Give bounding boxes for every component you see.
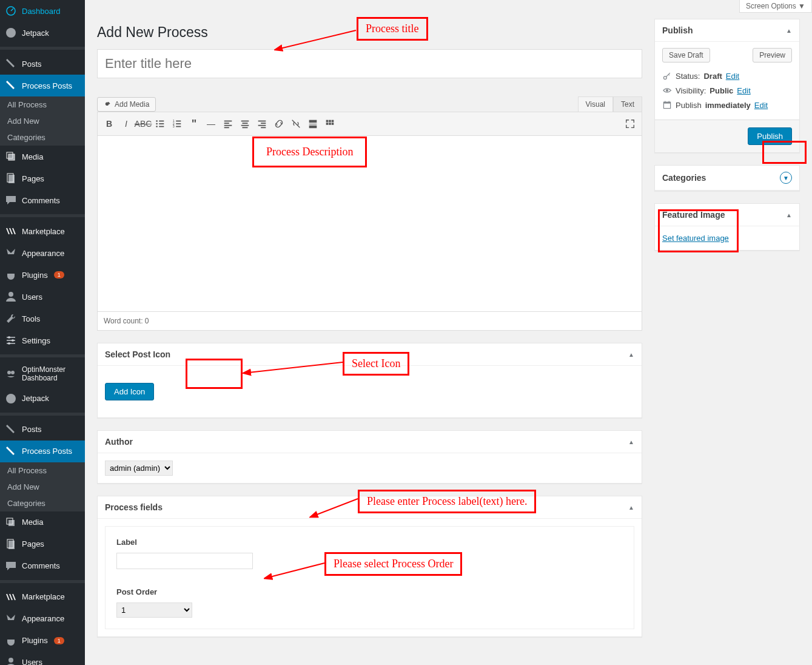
add-media-button[interactable]: Add Media [97,97,156,112]
toggle-icon[interactable]: ▲ [628,504,634,511]
nav-optinmonster[interactable]: OptinMonster Dashboard [0,360,85,388]
nav-pages-2[interactable]: Pages [0,533,85,555]
eye-icon [662,86,672,95]
svg-rect-47 [309,124,317,124]
editor-textarea[interactable] [97,136,642,312]
svg-rect-40 [241,125,249,126]
svg-rect-37 [224,127,229,128]
readmore-icon[interactable] [305,116,321,132]
italic-icon[interactable]: I [118,116,134,132]
edit-date-link[interactable]: Edit [754,101,768,110]
nav-all-process-2[interactable]: All Process [0,462,85,479]
nav-media-2[interactable]: Media [0,511,85,533]
nav-marketplace[interactable]: Marketplace [0,220,85,242]
nav-pages[interactable]: Pages [0,167,85,189]
preview-button[interactable]: Preview [753,48,792,62]
nav-comments[interactable]: Comments [0,189,85,211]
nav-plugins-2[interactable]: Plugins1 [0,630,85,652]
svg-rect-34 [224,121,232,122]
toggle-icon[interactable]: ▲ [786,27,792,34]
edit-status-link[interactable]: Edit [726,72,739,81]
nav-users[interactable]: Users [0,286,85,308]
nav-process-posts[interactable]: Process Posts [0,75,85,96]
calendar-icon [662,100,672,110]
publish-button[interactable]: Publish [748,127,792,145]
svg-rect-54 [332,123,334,125]
screen-options-button[interactable]: Screen Options ▼ [739,0,812,13]
svg-rect-33 [176,126,181,127]
svg-rect-52 [326,123,329,125]
strikethrough-icon[interactable]: ABC [135,116,151,132]
svg-rect-49 [326,120,329,123]
align-left-icon[interactable] [220,116,236,132]
save-draft-button[interactable]: Save Draft [662,48,710,62]
svg-rect-29 [176,121,181,122]
quote-icon[interactable]: " [186,116,202,132]
label-input[interactable] [116,553,253,569]
nav-add-new[interactable]: Add New [0,113,85,129]
svg-rect-19 [8,541,15,549]
plugins-badge: 1 [54,271,64,278]
svg-point-14 [11,371,15,374]
set-featured-image-link[interactable]: Set featured image [662,234,729,243]
nav-categories[interactable]: Categories [0,129,85,146]
add-icon-button[interactable]: Add Icon [105,383,154,400]
nav-plugins[interactable]: Plugins1 [0,264,85,286]
featured-image-heading: Featured Image [662,210,725,220]
bold-icon[interactable]: B [101,116,117,132]
nav-appearance[interactable]: Appearance [0,242,85,264]
align-center-icon[interactable] [237,116,253,132]
svg-rect-58 [663,102,670,103]
svg-point-11 [12,339,14,342]
toggle-icon[interactable]: ▲ [628,351,634,358]
align-right-icon[interactable] [254,116,270,132]
link-icon[interactable] [271,116,287,132]
nav-all-process[interactable]: All Process [0,96,85,113]
svg-rect-43 [261,123,266,124]
toolbar-toggle-icon[interactable] [322,116,338,132]
toggle-icon[interactable]: ▲ [786,212,792,218]
nav-dashboard[interactable]: Dashboard [0,0,85,22]
unlink-icon[interactable] [288,116,304,132]
editor-toolbar: B I ABC 123 " — [97,112,642,136]
author-select[interactable]: admin (admin) [105,461,173,476]
nav-add-new-2[interactable]: Add New [0,479,85,495]
tab-text[interactable]: Text [613,96,642,112]
nav-settings[interactable]: Settings [0,329,85,351]
nav-categories-2[interactable]: Categories [0,495,85,511]
svg-point-26 [156,126,158,127]
nav-marketplace-2[interactable]: Marketplace [0,586,85,608]
hr-icon[interactable]: — [203,116,219,132]
svg-rect-51 [332,120,334,123]
nav-jetpack[interactable]: Jetpack [0,22,85,44]
nav-media[interactable]: Media [0,146,85,167]
categories-toggle-icon[interactable]: ▼ [780,172,792,184]
svg-point-22 [156,120,158,122]
nav-posts-2[interactable]: Posts [0,419,85,441]
nav-posts[interactable]: Posts [0,53,85,75]
svg-rect-3 [8,154,15,160]
number-list-icon[interactable]: 123 [169,116,185,132]
nav-comments-2[interactable]: Comments [0,555,85,577]
svg-rect-35 [224,123,229,124]
toggle-icon[interactable]: ▲ [628,439,634,445]
svg-text:3: 3 [173,124,175,128]
post-order-select[interactable]: 1 [116,603,192,618]
svg-point-24 [156,123,158,125]
nav-jetpack-2[interactable]: Jetpack [0,388,85,410]
svg-rect-23 [159,121,164,122]
nav-tools[interactable]: Tools [0,308,85,329]
svg-rect-5 [8,175,15,183]
svg-point-10 [8,336,10,339]
label-field-label: Label [116,538,623,547]
edit-visibility-link[interactable]: Edit [737,86,750,95]
nav-process-posts-2[interactable]: Process Posts [0,441,85,462]
bullet-list-icon[interactable] [152,116,168,132]
fullscreen-icon[interactable] [622,116,638,132]
nav-appearance-2[interactable]: Appearance [0,608,85,630]
nav-users-2[interactable]: Users [0,652,85,665]
process-fields-heading: Process fields [105,502,163,512]
title-input[interactable] [97,49,642,78]
tab-visual[interactable]: Visual [578,96,613,112]
key-icon [662,71,672,81]
